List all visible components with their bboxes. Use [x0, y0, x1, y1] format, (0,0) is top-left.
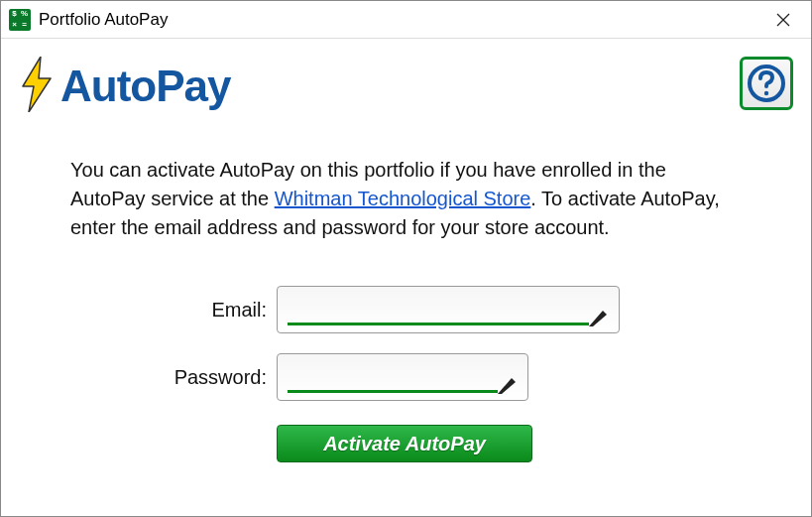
- input-underline: [288, 390, 498, 393]
- store-link[interactable]: Whitman Technological Store: [275, 188, 531, 209]
- email-label: Email:: [1, 299, 277, 322]
- help-button[interactable]: [740, 57, 793, 110]
- button-row: Activate AutoPay: [1, 425, 811, 462]
- instruction-text: You can activate AutoPay on this portfol…: [1, 116, 811, 242]
- titlebar: $%×= Portfolio AutoPay: [1, 1, 811, 39]
- password-row: Password:: [1, 353, 811, 401]
- email-row: Email:: [1, 286, 811, 333]
- logo: AutoPay: [19, 57, 230, 116]
- close-button[interactable]: [763, 5, 803, 35]
- password-field[interactable]: [277, 353, 528, 401]
- activate-button[interactable]: Activate AutoPay: [277, 425, 532, 462]
- svg-marker-2: [23, 57, 51, 112]
- close-icon: [776, 13, 790, 27]
- pencil-tip-icon: [589, 307, 609, 326]
- help-icon: [747, 64, 786, 103]
- email-field[interactable]: [277, 286, 620, 333]
- pencil-tip-icon: [498, 374, 518, 394]
- svg-point-4: [764, 91, 768, 95]
- password-label: Password:: [1, 366, 277, 389]
- logo-text: AutoPay: [60, 62, 230, 111]
- header: AutoPay: [1, 39, 811, 116]
- input-underline: [288, 323, 589, 325]
- lightning-bolt-icon: [19, 57, 55, 116]
- login-form: Email: Password: Activate AutoPay: [1, 286, 811, 462]
- window-title: Portfolio AutoPay: [39, 10, 763, 30]
- app-icon: $%×=: [9, 9, 31, 31]
